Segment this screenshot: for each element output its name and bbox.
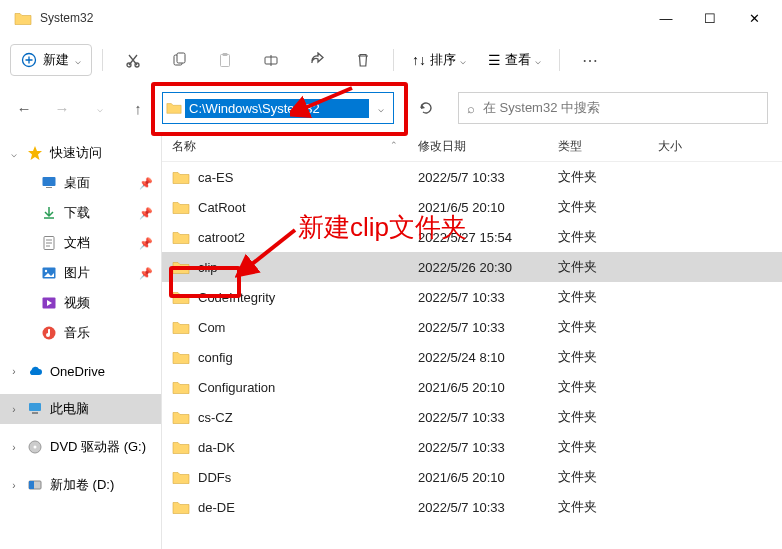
folder-icon [172, 320, 190, 335]
chevron-down-icon: ⌵ [535, 55, 541, 66]
address-bar-container: ⌵ [162, 92, 394, 124]
share-button[interactable] [297, 44, 337, 76]
file-type: 文件夹 [548, 468, 648, 486]
more-button[interactable]: ⋯ [570, 44, 610, 76]
sidebar-item-onedrive[interactable]: ›OneDrive [0, 356, 161, 386]
titlebar: System32 ― ☐ ✕ [0, 0, 782, 36]
column-header-name[interactable]: 名称 ⌃ [162, 138, 408, 155]
sort-button[interactable]: ↑↓ 排序 ⌵ [404, 51, 474, 69]
file-date: 2022/5/7 10:33 [408, 500, 548, 515]
sidebar-item-label: OneDrive [50, 364, 105, 379]
clipboard-icon [217, 52, 233, 68]
search-input[interactable]: ⌕ 在 System32 中搜索 [458, 92, 768, 124]
sidebar-item-music[interactable]: 音乐 [14, 318, 161, 348]
file-row[interactable]: CatRoot2021/6/5 20:10文件夹 [162, 192, 782, 222]
minimize-button[interactable]: ― [644, 2, 688, 34]
copy-button[interactable] [159, 44, 199, 76]
toolbar: 新建 ⌵ ↑↓ 排序 ⌵ ☰ 查看 ⌵ ⋯ [0, 36, 782, 84]
cut-button[interactable] [113, 44, 153, 76]
folder-icon [172, 440, 190, 455]
chevron-down-icon: ⌵ [8, 148, 20, 159]
chevron-down-icon: ⌵ [460, 55, 466, 66]
folder-icon [172, 470, 190, 485]
svg-rect-17 [177, 53, 185, 63]
file-type: 文件夹 [548, 378, 648, 396]
file-name: DDFs [198, 470, 231, 485]
sort-label: 排序 [430, 51, 456, 69]
folder-icon [172, 410, 190, 425]
address-dropdown[interactable]: ⌵ [369, 103, 393, 114]
file-type: 文件夹 [548, 408, 648, 426]
file-type: 文件夹 [548, 498, 648, 516]
back-button[interactable]: ← [10, 94, 38, 122]
paste-button[interactable] [205, 44, 245, 76]
file-date: 2022/5/26 20:30 [408, 260, 548, 275]
refresh-button[interactable] [410, 92, 442, 124]
file-row[interactable]: cs-CZ2022/5/7 10:33文件夹 [162, 402, 782, 432]
sidebar-item-this-pc[interactable]: ›此电脑 [0, 394, 161, 424]
sidebar-item-pictures[interactable]: 图片📌 [14, 258, 161, 288]
download-icon [40, 205, 58, 221]
file-row[interactable]: DDFs2021/6/5 20:10文件夹 [162, 462, 782, 492]
sidebar-item-documents[interactable]: 文档📌 [14, 228, 161, 258]
file-list-pane: 名称 ⌃ 修改日期 类型 大小 ca-ES2022/5/7 10:33文件夹Ca… [162, 132, 782, 549]
file-name: Com [198, 320, 225, 335]
new-button[interactable]: 新建 ⌵ [10, 44, 92, 76]
view-button[interactable]: ☰ 查看 ⌵ [480, 51, 549, 69]
drive-icon [26, 477, 44, 493]
folder-icon [172, 200, 190, 215]
file-row[interactable]: clip2022/5/26 20:30文件夹 [162, 252, 782, 282]
column-header-modified[interactable]: 修改日期 [408, 138, 548, 155]
close-button[interactable]: ✕ [732, 2, 776, 34]
sidebar-item-quick-access[interactable]: ⌵ 快速访问 [0, 138, 161, 168]
window-folder-icon [14, 11, 32, 26]
file-row[interactable]: ca-ES2022/5/7 10:33文件夹 [162, 162, 782, 192]
file-row[interactable]: catroot22022/5/27 15:54文件夹 [162, 222, 782, 252]
chevron-down-icon: ⌵ [75, 55, 81, 66]
new-button-label: 新建 [43, 51, 69, 69]
file-date: 2022/5/7 10:33 [408, 290, 548, 305]
file-row[interactable]: config2022/5/24 8:10文件夹 [162, 342, 782, 372]
forward-button[interactable]: → [48, 94, 76, 122]
column-header-type[interactable]: 类型 [548, 138, 648, 155]
pin-icon: 📌 [139, 267, 153, 280]
sidebar-item-label: 桌面 [64, 174, 90, 192]
file-row[interactable]: de-DE2022/5/7 10:33文件夹 [162, 492, 782, 522]
maximize-button[interactable]: ☐ [688, 2, 732, 34]
view-icon: ☰ [488, 52, 501, 68]
file-row[interactable]: CodeIntegrity2022/5/7 10:33文件夹 [162, 282, 782, 312]
rename-button[interactable] [251, 44, 291, 76]
column-header-size[interactable]: 大小 [648, 138, 782, 155]
recent-dropdown[interactable]: ⌵ [86, 94, 114, 122]
folder-icon [172, 500, 190, 515]
disc-icon [26, 439, 44, 455]
file-date: 2022/5/27 15:54 [408, 230, 548, 245]
address-bar[interactable]: ⌵ [162, 92, 394, 124]
sidebar-item-dvd[interactable]: ›DVD 驱动器 (G:) [0, 432, 161, 462]
copy-icon [171, 52, 187, 68]
file-row[interactable]: Com2022/5/7 10:33文件夹 [162, 312, 782, 342]
up-button[interactable]: ↑ [124, 94, 152, 122]
share-icon [309, 52, 325, 68]
file-row[interactable]: Configuration2021/6/5 20:10文件夹 [162, 372, 782, 402]
navigation-row: ← → ⌵ ↑ ⌵ ⌕ 在 System32 中搜索 [0, 84, 782, 132]
sidebar-item-videos[interactable]: 视频 [14, 288, 161, 318]
chevron-right-icon: › [8, 404, 20, 415]
picture-icon [40, 265, 58, 281]
file-date: 2021/6/5 20:10 [408, 470, 548, 485]
file-name: clip [198, 260, 218, 275]
sidebar-item-desktop[interactable]: 桌面📌 [14, 168, 161, 198]
folder-icon [163, 101, 185, 115]
address-input[interactable] [185, 99, 369, 118]
sidebar-item-label: 下载 [64, 204, 90, 222]
video-icon [40, 295, 58, 311]
sidebar: ⌵ 快速访问 桌面📌 下载📌 文档📌 图片📌 视频 音乐 ›OneDrive ›… [0, 132, 162, 549]
file-name: catroot2 [198, 230, 245, 245]
sidebar-item-new-volume[interactable]: ›新加卷 (D:) [0, 470, 161, 500]
file-date: 2021/6/5 20:10 [408, 200, 548, 215]
file-row[interactable]: da-DK2022/5/7 10:33文件夹 [162, 432, 782, 462]
view-label: 查看 [505, 51, 531, 69]
delete-button[interactable] [343, 44, 383, 76]
file-name: cs-CZ [198, 410, 233, 425]
sidebar-item-downloads[interactable]: 下载📌 [14, 198, 161, 228]
